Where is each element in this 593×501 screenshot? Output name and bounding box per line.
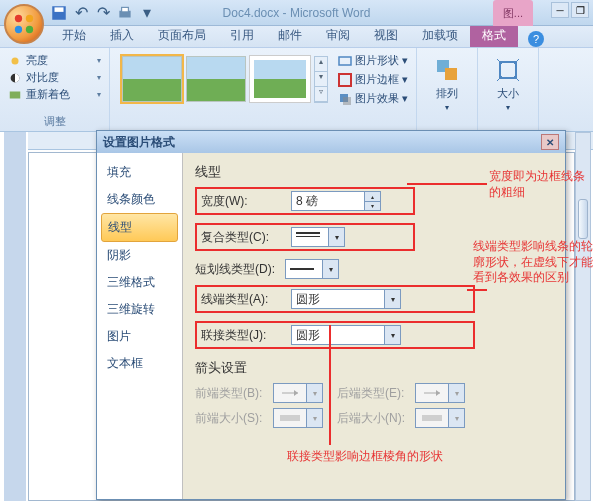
svg-point-2 (15, 26, 22, 33)
nav-3d-format[interactable]: 三维格式 (101, 269, 178, 296)
style-item-1[interactable] (122, 56, 182, 102)
titlebar: ↶ ↷ ▾ Doc4.docx - Microsoft Word 图... ─ … (0, 0, 593, 26)
compound-label: 复合类型(C): (201, 229, 291, 246)
nav-text-box[interactable]: 文本框 (101, 350, 178, 377)
help-icon[interactable]: ? (528, 31, 544, 47)
dash-combo[interactable]: ▾ (285, 259, 339, 279)
dash-label: 短划线类型(D): (195, 261, 285, 278)
tab-format[interactable]: 格式 (470, 24, 518, 47)
end-size-label: 后端大小(N): (337, 410, 415, 427)
compound-combo[interactable]: ▾ (291, 227, 345, 247)
cap-row: 线端类型(A): 圆形 ▾ (195, 285, 475, 313)
print-icon[interactable] (116, 4, 134, 22)
brightness-button[interactable]: 亮度▾ (8, 52, 101, 69)
gallery-up-icon[interactable]: ▴ (315, 57, 327, 72)
nav-shadow[interactable]: 阴影 (101, 242, 178, 269)
undo-icon[interactable]: ↶ (72, 4, 90, 22)
cap-label: 线端类型(A): (201, 291, 291, 308)
picture-shape-button[interactable]: 图片形状 ▾ (338, 52, 408, 69)
dropdown-icon[interactable]: ▾ (328, 228, 344, 246)
picture-border-button[interactable]: 图片边框 ▾ (338, 71, 408, 88)
svg-rect-7 (122, 7, 129, 12)
tab-addins[interactable]: 加载项 (410, 24, 470, 47)
gallery-down-icon[interactable]: ▾ (315, 72, 327, 87)
svg-rect-5 (55, 7, 64, 12)
annot-line-2 (467, 289, 487, 291)
svg-point-1 (26, 15, 33, 22)
dialog-close-button[interactable]: ✕ (541, 134, 559, 150)
width-label: 宽度(W): (201, 193, 291, 210)
tab-insert[interactable]: 插入 (98, 24, 146, 47)
svg-rect-11 (339, 57, 351, 65)
compound-row: 复合类型(C): ▾ (195, 223, 415, 251)
join-value: 圆形 (296, 327, 320, 344)
contrast-button[interactable]: 对比度▾ (8, 69, 101, 86)
minimize-button[interactable]: ─ (551, 2, 569, 18)
cap-combo[interactable]: 圆形 ▾ (291, 289, 401, 309)
svg-point-3 (26, 26, 33, 33)
tab-review[interactable]: 审阅 (314, 24, 362, 47)
nav-fill[interactable]: 填充 (101, 159, 178, 186)
svg-rect-14 (343, 97, 351, 105)
dropdown-icon[interactable]: ▾ (384, 326, 400, 344)
gallery-more-icon[interactable]: ▿ (315, 87, 327, 102)
redo-icon[interactable]: ↷ (94, 4, 112, 22)
scrollbar-thumb[interactable] (578, 199, 588, 239)
svg-rect-17 (500, 62, 516, 78)
width-spinner[interactable]: 8 磅 ▴▾ (291, 191, 381, 211)
office-button[interactable] (4, 4, 44, 44)
annotation-width: 宽度即为边框线条的粗细 (489, 169, 589, 200)
arrange-button[interactable]: 排列▾ (425, 52, 469, 116)
nav-line-color[interactable]: 线条颜色 (101, 186, 178, 213)
tab-references[interactable]: 引用 (218, 24, 266, 47)
annot-line-3 (329, 325, 331, 445)
spin-up-icon[interactable]: ▴ (364, 192, 380, 202)
restore-button[interactable]: ❐ (571, 2, 589, 18)
tab-page-layout[interactable]: 页面布局 (146, 24, 218, 47)
picture-effects-button[interactable]: 图片效果 ▾ (338, 90, 408, 107)
window-controls: ─ ❐ (551, 2, 589, 18)
save-icon[interactable] (50, 4, 68, 22)
group-size: 大小▾ (478, 48, 539, 131)
spin-down-icon[interactable]: ▾ (364, 202, 380, 211)
svg-rect-16 (445, 68, 457, 80)
nav-3d-rotation[interactable]: 三维旋转 (101, 296, 178, 323)
svg-point-0 (15, 15, 22, 22)
quick-access-toolbar: ↶ ↷ ▾ (50, 4, 156, 22)
dropdown-icon[interactable]: ▾ (384, 290, 400, 308)
end-type-combo: ▾ (415, 383, 465, 403)
vertical-ruler-area (4, 132, 26, 501)
compound-preview-icon (296, 232, 320, 242)
tab-view[interactable]: 视图 (362, 24, 410, 47)
dialog-title: 设置图片格式 (103, 134, 175, 151)
size-button[interactable]: 大小▾ (486, 52, 530, 116)
annot-line-1 (407, 183, 487, 185)
qat-dropdown-icon[interactable]: ▾ (138, 4, 156, 22)
dropdown-icon[interactable]: ▾ (322, 260, 338, 278)
style-item-3[interactable] (250, 56, 310, 102)
begin-type-combo: ▾ (273, 383, 323, 403)
annotation-cap: 线端类型影响线条的轮廓形状，在虚线下才能看到各效果的区别 (473, 239, 593, 286)
arrow-type-row: 前端类型(B): ▾ 后端类型(E): ▾ (195, 383, 553, 403)
gallery-scroll: ▴ ▾ ▿ (314, 56, 328, 103)
section-arrows: 箭头设置 (195, 359, 553, 377)
style-item-2[interactable] (186, 56, 246, 102)
join-combo[interactable]: 圆形 ▾ (291, 325, 401, 345)
join-row: 联接类型(J): 圆形 ▾ (195, 321, 475, 349)
recolor-button[interactable]: 重新着色▾ (8, 86, 101, 103)
nav-picture[interactable]: 图片 (101, 323, 178, 350)
picture-styles-gallery: ▴ ▾ ▿ (118, 52, 332, 107)
svg-point-8 (12, 57, 19, 64)
annotation-join: 联接类型影响边框棱角的形状 (287, 449, 443, 465)
svg-rect-10 (10, 91, 21, 98)
arrow-size-row: 前端大小(S): ▾ 后端大小(N): ▾ (195, 408, 553, 428)
ribbon-body: 亮度▾ 对比度▾ 重新着色▾ 调整 ▴ ▾ ▿ 图片形状 ▾ 图片边框 ▾ 图片… (0, 48, 593, 132)
tab-mailings[interactable]: 邮件 (266, 24, 314, 47)
group-picture-styles: ▴ ▾ ▿ 图片形状 ▾ 图片边框 ▾ 图片效果 ▾ (110, 48, 417, 131)
join-label: 联接类型(J): (201, 327, 291, 344)
dialog-titlebar[interactable]: 设置图片格式 ✕ (97, 131, 565, 153)
begin-size-label: 前端大小(S): (195, 410, 273, 427)
group-arrange: 排列▾ (417, 48, 478, 131)
tab-home[interactable]: 开始 (50, 24, 98, 47)
nav-line-style[interactable]: 线型 (101, 213, 178, 242)
